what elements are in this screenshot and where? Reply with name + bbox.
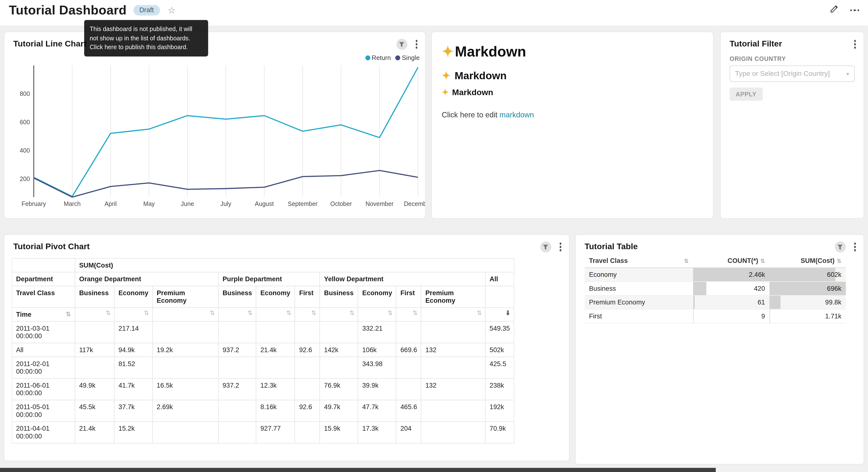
pivot-cell: 937.2 bbox=[218, 343, 256, 357]
pivot-cell bbox=[295, 321, 320, 343]
kebab-menu-icon[interactable] bbox=[558, 242, 562, 253]
pivot-cell: 45.5k bbox=[75, 400, 115, 422]
line-chart: 200400600800FebruaryMarchAprilMayJuneJul… bbox=[4, 32, 425, 218]
cell-travel-class: First bbox=[585, 309, 693, 323]
markdown-edit-link[interactable]: markdown bbox=[499, 111, 534, 119]
svg-text:600: 600 bbox=[20, 119, 30, 125]
table-row: Premium Economy6199.8k bbox=[585, 295, 846, 309]
pivot-cell: 92.6 bbox=[295, 400, 320, 422]
pivot-sort-cell: ⇅ bbox=[421, 308, 486, 322]
sort-icon[interactable]: ⇅ bbox=[311, 309, 316, 317]
kebab-menu-icon[interactable] bbox=[853, 39, 857, 50]
pivot-row-header: 2011-02-01 00:00:00 bbox=[12, 357, 75, 378]
pivot-cell: 21.4k bbox=[256, 343, 295, 357]
pivot-class-header: Travel Class bbox=[12, 286, 75, 307]
pivot-cell bbox=[421, 400, 486, 422]
pivot-cell: 332.21 bbox=[358, 321, 396, 343]
pivot-class-header: Economy bbox=[358, 286, 396, 307]
sort-icon[interactable]: ⇅ bbox=[761, 258, 765, 264]
favorite-star-icon[interactable]: ☆ bbox=[167, 5, 175, 15]
pivot-cell: 49.7k bbox=[320, 400, 358, 422]
pivot-cell: 132 bbox=[421, 343, 486, 357]
markdown-h3: Markdown bbox=[442, 88, 703, 97]
pivot-cell: 15.2k bbox=[115, 422, 153, 443]
pivot-data-row: All117k94.9k19.2k937.221.4k92.6142k106k6… bbox=[12, 343, 514, 357]
pivot-cell: 41.7k bbox=[115, 378, 153, 400]
pivot-cell: 343.98 bbox=[358, 357, 396, 378]
origin-country-select[interactable]: Type or Select [Origin Country] ▾ bbox=[730, 65, 855, 82]
header-actions bbox=[830, 4, 859, 13]
pivot-sort-row: Time⇅⇅⇅⇅⇅⇅⇅⇅⇅⇅⇅⇓ bbox=[12, 308, 514, 322]
pivot-row-header: All bbox=[12, 343, 75, 357]
draft-badge[interactable]: Draft bbox=[133, 5, 160, 15]
sort-icon[interactable]: ⇅ bbox=[105, 309, 111, 317]
pivot-sort-cell: ⇅ bbox=[396, 308, 421, 322]
svg-text:March: March bbox=[64, 200, 81, 207]
pivot-chart-card: Tutorial Pivot Chart SUM(Cost)Department… bbox=[4, 235, 569, 461]
svg-text:October: October bbox=[330, 200, 352, 207]
card-title: Tutorial Filter bbox=[730, 39, 782, 48]
pivot-cell: 106k bbox=[358, 343, 396, 357]
table-card: Tutorial Table Travel Class⇅COUNT(*)⇅SUM… bbox=[576, 235, 864, 464]
edit-pencil-icon[interactable] bbox=[830, 4, 839, 13]
pivot-cell: 12.3k bbox=[256, 378, 295, 400]
sort-icon[interactable]: ⇅ bbox=[837, 258, 841, 264]
markdown-h2: Markdown bbox=[442, 69, 703, 82]
pivot-cell bbox=[396, 357, 421, 378]
pivot-cell: 927.77 bbox=[256, 422, 295, 443]
sort-icon[interactable]: ⇅ bbox=[349, 309, 354, 317]
sort-icon[interactable]: ⇅ bbox=[210, 309, 215, 317]
pivot-cell bbox=[218, 321, 256, 343]
data-table-wrap: Travel Class⇅COUNT(*)⇅SUM(Cost)⇅Economy2… bbox=[585, 255, 846, 323]
sort-desc-icon[interactable]: ⇓ bbox=[505, 309, 510, 317]
pivot-department-header: Purple Department bbox=[218, 272, 320, 286]
sort-icon[interactable]: ⇅ bbox=[477, 309, 482, 317]
pivot-cell: 549.35 bbox=[485, 321, 514, 343]
pivot-cell bbox=[218, 400, 256, 422]
sort-icon[interactable]: ⇅ bbox=[66, 311, 71, 318]
pivot-cell: 425.5 bbox=[485, 357, 514, 378]
column-header-count[interactable]: COUNT(*)⇅ bbox=[693, 255, 770, 267]
sort-icon[interactable]: ⇅ bbox=[144, 309, 149, 317]
svg-text:November: November bbox=[366, 200, 394, 207]
sort-icon[interactable]: ⇅ bbox=[247, 309, 253, 317]
cross-filter-icon[interactable] bbox=[835, 241, 845, 253]
svg-text:800: 800 bbox=[20, 90, 30, 97]
sort-icon[interactable]: ⇅ bbox=[412, 309, 417, 317]
pivot-cell: 217.14 bbox=[115, 321, 153, 343]
sort-icon[interactable]: ⇅ bbox=[388, 309, 393, 317]
tooltip-line: not show up in the list of dashboards. bbox=[90, 33, 203, 42]
pivot-cell: 117k bbox=[75, 343, 115, 357]
pivot-cell: 76.9k bbox=[320, 378, 358, 400]
dashboard-page: Tutorial Dashboard Draft ☆ This dashboar… bbox=[0, 0, 868, 472]
sort-icon[interactable]: ⇅ bbox=[286, 309, 291, 317]
pivot-cell bbox=[421, 321, 486, 343]
pivot-row-header: 2011-04-01 00:00:00 bbox=[12, 422, 75, 443]
pivot-cell: 70.9k bbox=[485, 422, 514, 443]
column-header-sum[interactable]: SUM(Cost)⇅ bbox=[770, 255, 846, 267]
overflow-menu-icon[interactable] bbox=[850, 6, 859, 11]
markdown-paragraph: Click here to edit markdown bbox=[442, 111, 703, 119]
pivot-class-header: First bbox=[295, 286, 320, 307]
table-row: First91.71k bbox=[585, 309, 846, 323]
apply-button[interactable]: APPLY bbox=[730, 88, 763, 101]
svg-text:June: June bbox=[181, 200, 194, 207]
cell-travel-class: Business bbox=[585, 281, 693, 295]
pivot-sort-cell: ⇓ bbox=[485, 308, 514, 322]
svg-text:April: April bbox=[104, 200, 117, 207]
pivot-class-header: Economy bbox=[115, 286, 153, 307]
cross-filter-icon[interactable] bbox=[540, 241, 551, 253]
card-icons bbox=[853, 39, 857, 50]
pivot-table: SUM(Cost)DepartmentOrange DepartmentPurp… bbox=[12, 258, 515, 443]
pivot-cell: 937.2 bbox=[218, 378, 256, 400]
pivot-cell bbox=[256, 357, 295, 378]
column-header-travel-class[interactable]: Travel Class⇅ bbox=[585, 255, 693, 267]
table-row: Business420696k bbox=[585, 281, 846, 295]
sort-icon[interactable]: ⇅ bbox=[684, 258, 688, 264]
cell-count: 61 bbox=[693, 295, 770, 309]
pivot-row-header: 2011-06-01 00:00:00 bbox=[12, 378, 75, 400]
svg-text:July: July bbox=[221, 200, 231, 207]
pivot-row-header: 2011-03-01 00:00:00 bbox=[12, 321, 75, 343]
kebab-menu-icon[interactable] bbox=[853, 242, 857, 253]
pivot-sort-cell: ⇅ bbox=[256, 308, 295, 322]
